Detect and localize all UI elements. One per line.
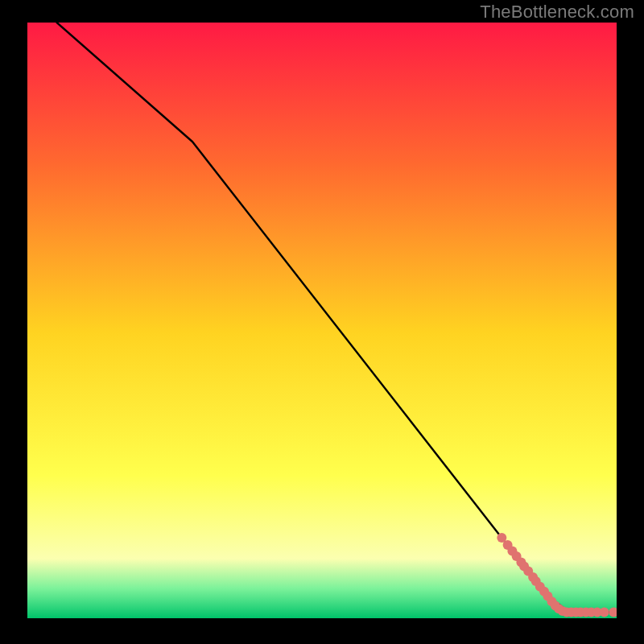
gradient-background <box>27 23 617 618</box>
chart-svg <box>27 23 617 618</box>
plot-area <box>27 23 617 618</box>
watermark-text: TheBottleneck.com <box>480 2 634 23</box>
chart-stage: TheBottleneck.com <box>0 0 644 644</box>
data-marker <box>600 608 609 617</box>
